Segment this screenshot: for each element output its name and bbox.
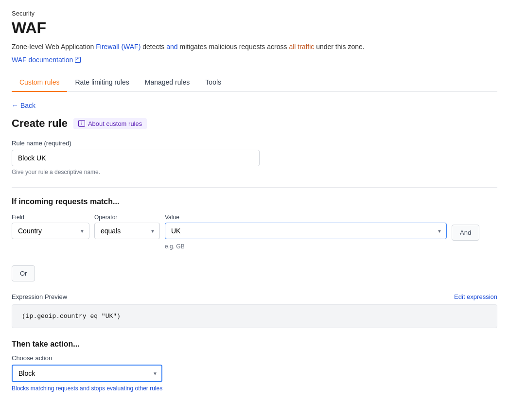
condition-row: Field Country IP Address User Agent URI … bbox=[12, 214, 497, 281]
or-button[interactable]: Or bbox=[12, 265, 35, 281]
match-section: If incoming requests match... Field Coun… bbox=[12, 197, 497, 281]
expression-header: Expression Preview Edit expression bbox=[12, 293, 497, 300]
value-select-wrapper: UK US DE FR ▼ bbox=[165, 223, 447, 239]
info-icon: i bbox=[78, 120, 85, 127]
field-select-wrapper: Country IP Address User Agent URI ▼ bbox=[12, 223, 89, 239]
tabs-nav: Custom rules Rate limiting rules Managed… bbox=[12, 73, 497, 92]
rule-name-hint: Give your rule a descriptive name. bbox=[12, 169, 497, 175]
tab-rate-limiting[interactable]: Rate limiting rules bbox=[67, 73, 137, 92]
field-label: Field bbox=[12, 214, 89, 221]
footer-buttons: Cancel Save as Draft Deploy bbox=[12, 411, 497, 420]
value-group: Value UK US DE FR ▼ e.g. GB bbox=[165, 214, 447, 250]
expression-preview: (ip.geoip.country eq "UK") bbox=[12, 304, 497, 328]
page-description: Zone-level Web Application Firewall (WAF… bbox=[12, 42, 497, 52]
value-eg-hint: e.g. GB bbox=[165, 243, 447, 250]
action-select[interactable]: Block Allow Challenge JS Challenge Log bbox=[12, 365, 162, 382]
back-arrow: ← bbox=[12, 102, 18, 109]
all-traffic-text: all traffic bbox=[289, 43, 314, 51]
tab-managed-rules[interactable]: Managed rules bbox=[137, 73, 198, 92]
create-rule-header: Create rule i About custom rules bbox=[12, 117, 497, 130]
field-select[interactable]: Country IP Address User Agent URI bbox=[12, 223, 89, 239]
value-select[interactable]: UK US DE FR bbox=[165, 223, 447, 239]
rule-name-label: Rule name (required) bbox=[12, 140, 497, 147]
action-section: Then take action... Choose action Block … bbox=[12, 340, 497, 392]
action-heading: Then take action... bbox=[12, 340, 497, 349]
expression-section: Expression Preview Edit expression (ip.g… bbox=[12, 293, 497, 328]
operator-select[interactable]: equals not equals contains matches bbox=[94, 223, 160, 239]
expression-label: Expression Preview bbox=[12, 293, 67, 300]
action-select-wrapper: Block Allow Challenge JS Challenge Log ▼ bbox=[12, 365, 162, 382]
page-wrapper: Security WAF Zone-level Web Application … bbox=[0, 0, 509, 420]
back-link[interactable]: ← Back bbox=[12, 102, 35, 109]
tab-tools[interactable]: Tools bbox=[197, 73, 229, 92]
operator-select-wrapper: equals not equals contains matches ▼ bbox=[94, 223, 160, 239]
page-title: WAF bbox=[12, 19, 497, 37]
field-group: Field Country IP Address User Agent URI … bbox=[12, 214, 89, 239]
rule-name-input[interactable] bbox=[12, 150, 260, 166]
and-text: and bbox=[166, 43, 177, 51]
choose-action-label: Choose action bbox=[12, 354, 497, 362]
rule-name-section: Rule name (required) Give your rule a de… bbox=[12, 140, 497, 175]
firewall-text: Firewall (WAF) bbox=[96, 43, 140, 51]
edit-expression-link[interactable]: Edit expression bbox=[454, 293, 497, 300]
section-divider bbox=[12, 187, 497, 188]
security-section: Security WAF Zone-level Web Application … bbox=[12, 10, 497, 64]
tab-custom-rules[interactable]: Custom rules bbox=[12, 73, 67, 92]
action-hint: Blocks matching requests and stops evalu… bbox=[12, 385, 497, 392]
about-custom-rules-button[interactable]: i About custom rules bbox=[73, 118, 147, 129]
waf-doc-link[interactable]: WAF documentation bbox=[12, 56, 81, 64]
value-label: Value bbox=[165, 214, 447, 221]
and-button[interactable]: And bbox=[452, 225, 479, 241]
external-link-icon bbox=[75, 57, 81, 63]
security-label: Security bbox=[12, 10, 497, 17]
create-rule-title: Create rule bbox=[12, 117, 68, 130]
operator-group: Operator equals not equals contains matc… bbox=[94, 214, 160, 239]
match-heading: If incoming requests match... bbox=[12, 197, 497, 206]
operator-label: Operator bbox=[94, 214, 160, 221]
